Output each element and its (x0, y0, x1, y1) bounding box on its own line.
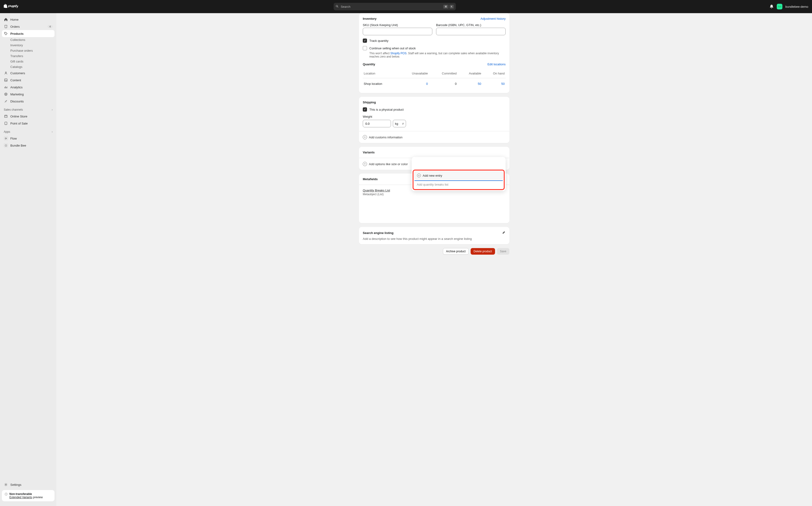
store-name[interactable]: bundlebee-demo (785, 5, 808, 8)
add-new-entry-button[interactable]: + Add new entry (414, 171, 503, 179)
col-unavailable: Unavailable (398, 69, 429, 78)
nav-marketing[interactable]: Marketing (2, 91, 55, 98)
store-avatar[interactable]: bun (777, 4, 783, 9)
topbar: Search ⌘ K bun bundlebee-demo (0, 0, 812, 13)
barcode-input[interactable] (436, 28, 506, 35)
analytics-icon (4, 85, 8, 89)
adjustment-history-link[interactable]: Adjustment history (481, 17, 506, 20)
continue-selling-help: This won't affect Shopify POS. Staff wil… (369, 52, 506, 58)
delete-product-button[interactable]: Delete product (471, 248, 495, 255)
orders-badge: 4 (48, 25, 53, 28)
col-location: Location (363, 69, 398, 78)
quantity-title: Quantity (363, 63, 375, 66)
search-bar[interactable]: Search ⌘ K (334, 3, 456, 10)
nav-flow[interactable]: ⟳ Flow (2, 135, 55, 142)
archive-product-button[interactable]: Archive product (443, 248, 469, 255)
weight-input[interactable] (363, 120, 391, 127)
nav-customers[interactable]: Customers (2, 70, 55, 77)
marketing-icon (4, 92, 8, 96)
store-icon (4, 114, 8, 118)
edit-seo-button[interactable] (502, 231, 506, 235)
plus-circle-icon: + (363, 162, 367, 166)
col-available: Available (458, 69, 482, 78)
physical-product-label: This is a physical product (369, 108, 404, 111)
shopify-logo[interactable] (4, 4, 20, 9)
add-customs-button[interactable]: + Add customs information (363, 135, 506, 139)
nav-content[interactable]: Content (2, 77, 55, 84)
nav-orders[interactable]: Orders 4 (2, 23, 55, 30)
chevron-right-icon: › (52, 108, 53, 111)
metafields-card: Metafields Quantity Breaks List Metaobje… (359, 174, 509, 223)
shipping-title: Shipping (363, 100, 506, 104)
customers-icon (4, 71, 8, 75)
nav-gift-cards[interactable]: Gift cards (2, 59, 55, 64)
edit-locations-link[interactable]: Edit locations (488, 63, 506, 66)
nav-bundle-bee[interactable]: ⬡ Bundle Bee (2, 142, 55, 149)
variants-title: Variants (363, 151, 506, 154)
search-shortcut: ⌘ K (443, 5, 454, 9)
nav-purchase-orders[interactable]: Purchase orders (2, 48, 55, 53)
nav-transfers[interactable]: Transfers (2, 53, 55, 59)
sidebar: Home Orders 4 Products Collections Inven… (0, 13, 56, 273)
sku-label: SKU (Stock Keeping Unit) (363, 23, 432, 27)
inventory-card: Inventory Adjustment history SKU (Stock … (359, 13, 509, 93)
unavailable-value[interactable]: 0 (426, 82, 428, 86)
footer-actions: Archive product Delete product Save (359, 248, 509, 255)
sales-channels-header[interactable]: Sales channels › (2, 105, 55, 113)
products-icon (4, 31, 8, 36)
svg-point-1 (5, 72, 7, 73)
shipping-card: Shipping This is a physical product Weig… (359, 97, 509, 143)
weight-unit-select[interactable]: kg ⇵ (393, 120, 406, 127)
continue-selling-checkbox[interactable] (363, 46, 367, 50)
content-icon (4, 78, 8, 82)
table-row: Shop location 0 0 50 50 (363, 78, 506, 89)
svg-point-6 (6, 124, 6, 124)
nav-inventory[interactable]: Inventory (2, 43, 55, 48)
bundle-bee-app-icon: ⬡ (4, 143, 8, 148)
svg-point-3 (4, 93, 7, 95)
seo-description: Add a description to see how this produc… (363, 237, 506, 241)
onhand-value[interactable]: 50 (501, 82, 505, 86)
chevron-right-icon: › (52, 130, 53, 134)
nav-collections[interactable]: Collections (2, 37, 55, 43)
flow-app-icon: ⟳ (4, 136, 8, 141)
save-button[interactable]: Save (497, 248, 509, 255)
nav-point-of-sale[interactable]: Point of Sale (2, 120, 55, 127)
available-value[interactable]: 50 (478, 82, 481, 86)
nav-products[interactable]: Products (2, 30, 55, 37)
notifications-icon[interactable] (769, 4, 774, 9)
plus-circle-icon: + (363, 135, 367, 139)
col-committed: Committed (429, 69, 458, 78)
nav-online-store[interactable]: Online Store (2, 113, 55, 120)
seo-title: Search engine listing (363, 231, 394, 235)
nav-catalogs[interactable]: Catalogs (2, 64, 55, 70)
weight-label: Weight (363, 115, 506, 118)
committed-value: 0 (429, 78, 458, 89)
search-placeholder: Search (341, 5, 443, 8)
col-onhand: On hand (482, 69, 506, 78)
highlight-annotation: + Add new entry Add quantity breaks list (413, 170, 505, 190)
apps-header[interactable]: Apps › (2, 127, 55, 135)
select-icon: ⇵ (402, 122, 404, 125)
seo-card: Search engine listing Add a description … (359, 227, 509, 244)
qbl-label[interactable]: Quantity Breaks List (363, 189, 390, 192)
shopify-pos-link[interactable]: Shopify POS (390, 52, 406, 55)
home-icon (4, 17, 8, 22)
search-icon (335, 5, 339, 9)
qbl-input-placeholder[interactable]: Add quantity breaks list (414, 181, 503, 188)
track-quantity-label: Track quantity (369, 39, 388, 43)
qbl-sublabel: Metaobject (List) (363, 193, 390, 196)
nav-analytics[interactable]: Analytics (2, 84, 55, 91)
pos-icon (4, 121, 8, 125)
physical-product-checkbox[interactable] (363, 107, 367, 111)
svg-point-4 (5, 94, 7, 95)
main-content: Inventory Adjustment history SKU (Stock … (56, 13, 812, 273)
metafield-popover: + Add new entry Add quantity breaks list (412, 157, 506, 191)
nav-discounts[interactable]: Discounts (2, 98, 55, 105)
inventory-title: Inventory (363, 17, 377, 20)
plus-circle-icon: + (417, 174, 421, 177)
nav-home[interactable]: Home (2, 16, 55, 23)
svg-point-0 (5, 33, 6, 33)
track-quantity-checkbox[interactable] (363, 38, 367, 43)
sku-input[interactable] (363, 28, 432, 35)
